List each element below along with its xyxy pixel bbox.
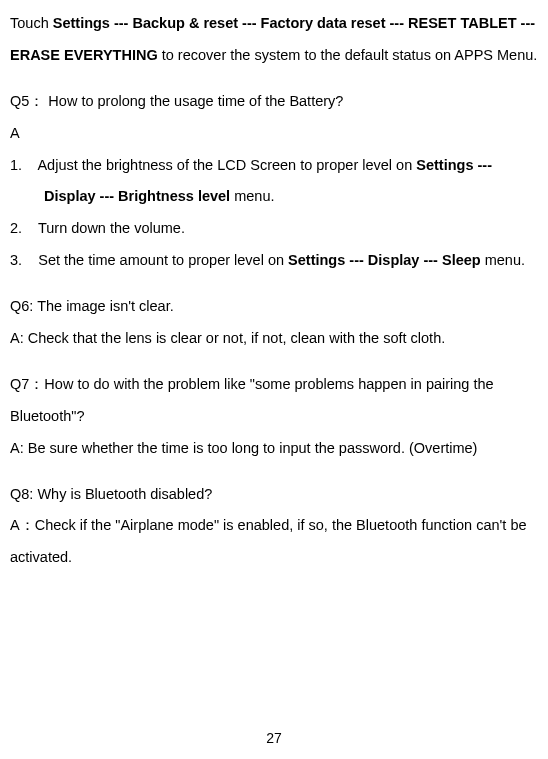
list-item: 3. Set the time amount to proper level o… — [10, 245, 538, 277]
item-num: 1. — [10, 157, 22, 173]
item-after: menu. — [230, 188, 274, 204]
q8-answer: A：Check if the "Airplane mode" is enable… — [10, 510, 538, 574]
item-num: 3. — [10, 252, 22, 268]
q5-answer-label: A — [10, 118, 538, 150]
intro-paragraph: Touch Settings --- Backup & reset --- Fa… — [10, 8, 538, 72]
document-page: Touch Settings --- Backup & reset --- Fa… — [8, 8, 540, 574]
intro-suffix: to recover the system to the default sta… — [158, 47, 538, 63]
q7-answer: A: Be sure whether the time is too long … — [10, 433, 538, 465]
page-number: 27 — [0, 731, 548, 745]
q5-list: 1. Adjust the brightness of the LCD Scre… — [10, 150, 538, 278]
q6-question: Q6: The image isn't clear. — [10, 291, 538, 323]
item-num: 2. — [10, 220, 22, 236]
q6-answer: A: Check that the lens is clear or not, … — [10, 323, 538, 355]
list-item: 1. Adjust the brightness of the LCD Scre… — [10, 150, 538, 214]
q7-question: Q7：How to do with the problem like "some… — [10, 369, 538, 433]
intro-prefix: Touch — [10, 15, 53, 31]
q8-question: Q8: Why is Bluetooth disabled? — [10, 479, 538, 511]
item-bold: Settings --- Display --- Sleep — [288, 252, 481, 268]
item-text: Adjust the brightness of the LCD Screen … — [37, 157, 416, 173]
q5-question: Q5： How to prolong the usage time of the… — [10, 86, 538, 118]
item-text: Set the time amount to proper level on — [38, 252, 288, 268]
list-item: 2. Turn down the volume. — [10, 213, 538, 245]
item-text: Turn down the volume. — [38, 220, 185, 236]
item-after: menu. — [481, 252, 525, 268]
